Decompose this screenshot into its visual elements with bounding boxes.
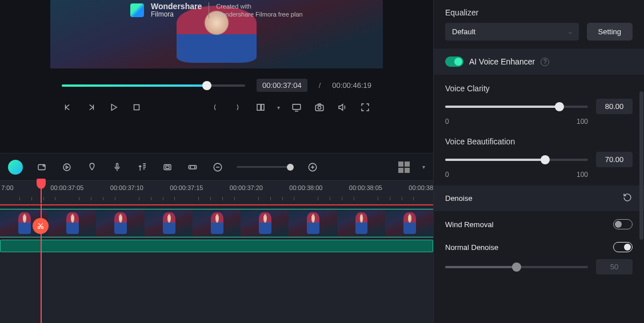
timeline-tracks[interactable] [0, 203, 433, 323]
filmora-logo-icon [130, 3, 144, 17]
layout-dropdown[interactable] [254, 101, 267, 114]
ruler-tick: 00:00:37:05 [50, 184, 83, 191]
brand-name-bottom: Filmora [151, 11, 202, 18]
playhead[interactable] [41, 181, 42, 203]
track-separator [0, 204, 433, 205]
voice-beaut-slider[interactable] [445, 159, 588, 161]
preview-area: Wondershare Filmora Created with Wonders… [0, 0, 433, 153]
denoise-label: Denoise [445, 194, 473, 203]
media-bin-button[interactable] [35, 161, 48, 173]
timeline-zoom-slider[interactable] [237, 166, 294, 168]
transport-bar: 00:00:37:04 / 00:00:46:19 ▾ [50, 68, 383, 119]
normal-denoise-toggle[interactable] [613, 242, 633, 252]
panel-scrollbar[interactable] [639, 91, 643, 240]
denoise-header: Denoise [434, 185, 644, 211]
layout-chevron-icon[interactable]: ▾ [277, 104, 280, 111]
mark-in-button[interactable] [209, 101, 221, 114]
ruler-tick: 00:00:37:15 [170, 184, 203, 191]
timeline-toolbar: ▾ [0, 153, 433, 180]
next-frame-button[interactable] [85, 101, 97, 114]
equalizer-selected: Default [452, 27, 475, 36]
ruler-tick: 00:00:37:10 [110, 184, 143, 191]
watermark-overlay: Wondershare Filmora Created with Wonders… [130, 2, 303, 19]
voice-clarity-value[interactable]: 80.00 [596, 99, 633, 114]
equalizer-label: Equalizer [445, 8, 633, 17]
help-icon[interactable]: ? [541, 58, 549, 66]
svg-rect-10 [38, 164, 45, 169]
brand-name-top: Wondershare [151, 2, 202, 11]
svg-rect-16 [166, 165, 169, 168]
voice-clarity-slider[interactable] [445, 106, 588, 108]
normal-denoise-slider[interactable] [445, 266, 588, 268]
wind-removal-label: Wind Removal [445, 220, 494, 229]
svg-point-9 [318, 106, 321, 109]
ai-voice-enhancer-title: AI Voice Enhancer [469, 57, 535, 66]
display-output-button[interactable] [290, 101, 303, 114]
mark-out-button[interactable] [231, 101, 244, 114]
wind-removal-toggle[interactable] [613, 219, 633, 229]
fullscreen-button[interactable] [359, 101, 371, 114]
voice-clarity-max: 100 [577, 118, 588, 126]
ai-voice-enhancer-toggle[interactable] [445, 56, 463, 67]
svg-point-11 [43, 164, 45, 166]
normal-denoise-label: Normal Denoise [445, 243, 498, 252]
voice-beaut-max: 100 [577, 171, 588, 179]
crop-button[interactable] [161, 161, 174, 173]
voice-beaut-min: 0 [445, 171, 449, 179]
svg-rect-14 [117, 163, 118, 168]
svg-rect-4 [257, 104, 261, 111]
audio-mixer-button[interactable] [136, 161, 149, 173]
voice-beaut-value[interactable]: 70.00 [596, 152, 633, 167]
total-time: 00:00:46:19 [332, 81, 371, 90]
zoom-in-button[interactable] [306, 161, 319, 173]
video-clip[interactable] [0, 209, 433, 237]
voice-clarity-thumb[interactable] [555, 102, 564, 111]
svg-rect-3 [134, 105, 139, 110]
normal-denoise-value[interactable]: 50 [596, 259, 633, 274]
prev-frame-button[interactable] [62, 101, 74, 114]
current-time[interactable]: 00:00:37:04 [257, 79, 307, 92]
svg-marker-13 [66, 165, 69, 168]
voice-clarity-min: 0 [445, 118, 449, 126]
zoom-thumb[interactable] [287, 164, 294, 171]
voice-clarity-label: Voice Clarity [445, 84, 633, 93]
chevron-down-icon: ⌵ [569, 29, 572, 35]
equalizer-preset-select[interactable]: Default ⌵ [445, 23, 579, 41]
properties-panel: Equalizer Default ⌵ Setting AI Voice Enh… [433, 0, 644, 323]
scrub-thumb[interactable] [202, 81, 211, 90]
scrub-fill [62, 84, 207, 87]
ai-voice-enhancer-row: AI Voice Enhancer ? [434, 49, 644, 75]
ai-tools-button[interactable] [8, 160, 23, 175]
adjust-duration-button[interactable] [186, 161, 199, 173]
preview-video-frame[interactable]: Wondershare Filmora Created with Wonders… [50, 0, 383, 68]
voice-beaut-label: Voice Beautification [445, 137, 633, 146]
playback-scrub-slider[interactable] [62, 84, 245, 87]
watermark-line1: Created with [216, 2, 302, 10]
marker-button[interactable] [86, 161, 98, 173]
preview-render-button[interactable] [61, 161, 73, 173]
svg-marker-2 [111, 104, 117, 111]
voiceover-button[interactable] [111, 161, 123, 173]
volume-button[interactable] [336, 101, 349, 114]
reset-icon[interactable] [622, 192, 633, 204]
svg-rect-6 [293, 104, 301, 110]
timeline-ruler[interactable]: 7:0000:00:37:0500:00:37:1000:00:37:1500:… [0, 180, 433, 203]
stop-button[interactable] [130, 101, 143, 114]
snapshot-button[interactable] [313, 101, 326, 114]
audio-clip[interactable] [0, 240, 433, 252]
ruler-tick: 00:00:38:05 [349, 184, 382, 191]
svg-point-12 [63, 164, 70, 171]
ruler-tick: 00:00:38:00 [289, 184, 322, 191]
ruler-tick: 7:00 [1, 184, 13, 191]
voice-beaut-thumb[interactable] [541, 155, 550, 164]
normal-denoise-thumb[interactable] [512, 263, 521, 272]
svg-rect-15 [164, 164, 171, 169]
watermark-line2: Wondershare Filmora free plan [216, 10, 302, 18]
equalizer-setting-button[interactable]: Setting [587, 23, 633, 41]
ruler-tick: 00:00:37:20 [230, 184, 263, 191]
track-view-button[interactable] [398, 161, 410, 173]
play-button[interactable] [107, 101, 120, 114]
svg-rect-5 [262, 104, 265, 111]
zoom-out-button[interactable] [211, 161, 224, 173]
track-view-chevron-icon[interactable]: ▾ [422, 164, 425, 170]
